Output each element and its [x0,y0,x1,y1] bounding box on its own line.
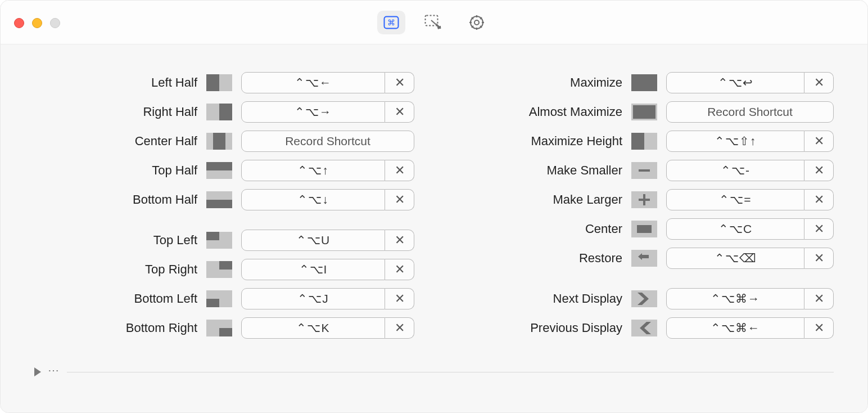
glyph-maximize-height [631,133,657,150]
shortcut-field-previous-display[interactable]: ⌃⌥⌘← [666,317,804,339]
clear-shortcut-bottom-left[interactable]: ✕ [385,288,414,309]
shortcut-row-almost-maximize: Almost MaximizeRecord Shortcut [454,102,834,122]
shortcut-field-bottom-half[interactable]: ⌃⌥↓ [241,189,385,210]
shortcut-control-almost-maximize: Record Shortcut [666,101,834,123]
glyph-next-display [631,290,657,307]
shortcut-row-maximize-height: Maximize Height⌃⌥⇧↑✕ [454,131,834,151]
more-icon[interactable]: ⋯ [48,363,60,377]
shortcut-control-maximize-height: ⌃⌥⇧↑✕ [666,131,834,152]
glyph-center-half [206,133,232,150]
shortcut-field-top-left[interactable]: ⌃⌥U [241,230,385,251]
clear-shortcut-make-larger[interactable]: ✕ [804,189,834,210]
shortcut-control-center-half: Record Shortcut [241,131,414,152]
shortcut-control-make-larger: ⌃⌥=✕ [666,189,834,210]
clear-shortcut-top-right[interactable]: ✕ [385,259,414,280]
label-center: Center [454,222,622,236]
glyph-left-half [206,74,232,91]
shortcut-field-almost-maximize[interactable]: Record Shortcut [666,101,834,123]
footer-bar: ⋯ [34,365,834,379]
zoom-window-button[interactable] [50,18,60,28]
shortcut-field-left-half[interactable]: ⌃⌥← [241,72,385,93]
label-previous-display: Previous Display [454,321,622,335]
glyph-bottom-right [206,320,232,336]
label-top-right: Top Right [34,262,197,277]
shortcut-field-bottom-right[interactable]: ⌃⌥K [241,317,385,339]
shortcut-field-top-right[interactable]: ⌃⌥I [241,259,385,280]
shortcut-group: Next Display⌃⌥⌘→✕Previous Display⌃⌥⌘←✕ [454,289,834,338]
shortcut-field-center[interactable]: ⌃⌥C [666,218,804,240]
clear-shortcut-center[interactable]: ✕ [804,218,834,240]
tab-snap-areas[interactable] [420,11,448,34]
svg-text:⌘: ⌘ [387,18,395,27]
shortcut-row-top-half: Top Half⌃⌥↑✕ [34,160,414,181]
clear-shortcut-make-smaller[interactable]: ✕ [804,160,834,181]
glyph-right-half [206,104,232,120]
close-window-button[interactable] [14,18,24,28]
label-bottom-left: Bottom Left [34,291,197,306]
label-make-larger: Make Larger [454,192,622,207]
label-bottom-half: Bottom Half [34,192,197,207]
clear-shortcut-maximize[interactable]: ✕ [804,72,834,93]
clear-shortcut-bottom-half[interactable]: ✕ [385,189,414,210]
shortcut-field-bottom-left[interactable]: ⌃⌥J [241,288,385,309]
shortcut-control-next-display: ⌃⌥⌘→✕ [666,288,834,309]
glyph-make-larger [631,191,657,208]
clear-shortcut-left-half[interactable]: ✕ [385,72,414,93]
expand-toggle-icon[interactable] [34,367,41,376]
clear-shortcut-maximize-height[interactable]: ✕ [804,131,834,152]
glyph-make-smaller [631,162,657,179]
shortcut-row-make-smaller: Make Smaller⌃⌥-✕ [454,160,834,181]
shortcut-field-maximize[interactable]: ⌃⌥↩ [666,72,804,93]
label-left-half: Left Half [34,75,197,90]
tab-keyboard-shortcuts[interactable]: ⌘ [377,11,405,34]
minimize-window-button[interactable] [32,18,42,28]
shortcut-row-top-left: Top Left⌃⌥U✕ [34,230,414,250]
shortcut-group: Left Half⌃⌥←✕Right Half⌃⌥→✕Center HalfRe… [34,73,414,210]
shortcut-field-center-half[interactable]: Record Shortcut [241,131,414,152]
shortcut-control-bottom-half: ⌃⌥↓✕ [241,189,414,210]
left-column: Left Half⌃⌥←✕Right Half⌃⌥→✕Center HalfRe… [34,73,414,338]
label-maximize: Maximize [454,75,622,90]
shortcut-field-restore[interactable]: ⌃⌥⌫ [666,248,804,269]
shortcut-control-previous-display: ⌃⌥⌘←✕ [666,317,834,339]
clear-shortcut-right-half[interactable]: ✕ [385,101,414,123]
clear-shortcut-bottom-right[interactable]: ✕ [385,317,414,339]
shortcut-field-top-half[interactable]: ⌃⌥↑ [241,160,385,181]
shortcut-row-restore: Restore⌃⌥⌫✕ [454,248,834,268]
shortcut-row-left-half: Left Half⌃⌥←✕ [34,73,414,93]
shortcut-row-bottom-half: Bottom Half⌃⌥↓✕ [34,190,414,210]
preferences-window: ⌘ [0,0,868,413]
shortcut-control-left-half: ⌃⌥←✕ [241,72,414,93]
shortcut-control-center: ⌃⌥C✕ [666,218,834,240]
tab-settings[interactable] [463,11,491,34]
shortcut-field-maximize-height[interactable]: ⌃⌥⇧↑ [666,131,804,152]
label-restore: Restore [454,251,622,266]
shortcut-row-right-half: Right Half⌃⌥→✕ [34,102,414,122]
glyph-top-left [206,232,232,249]
glyph-maximize [631,74,657,91]
shortcut-control-maximize: ⌃⌥↩✕ [666,72,834,93]
shortcut-control-restore: ⌃⌥⌫✕ [666,248,834,269]
clear-shortcut-restore[interactable]: ✕ [804,248,834,269]
clear-shortcut-next-display[interactable]: ✕ [804,288,834,309]
shortcut-field-right-half[interactable]: ⌃⌥→ [241,101,385,123]
glyph-top-right [206,261,232,278]
shortcut-control-bottom-right: ⌃⌥K✕ [241,317,414,339]
svg-point-4 [474,20,479,25]
shortcut-row-bottom-left: Bottom Left⌃⌥J✕ [34,289,414,309]
shortcut-field-make-larger[interactable]: ⌃⌥= [666,189,804,210]
clear-shortcut-top-left[interactable]: ✕ [385,230,414,251]
clear-shortcut-top-half[interactable]: ✕ [385,160,414,181]
label-right-half: Right Half [34,105,197,119]
shortcut-control-make-smaller: ⌃⌥-✕ [666,160,834,181]
clear-shortcut-previous-display[interactable]: ✕ [804,317,834,339]
shortcut-row-center: Center⌃⌥C✕ [454,219,834,239]
content-area: Left Half⌃⌥←✕Right Half⌃⌥→✕Center HalfRe… [1,44,867,412]
toolbar-tabs: ⌘ [377,11,491,34]
shortcut-field-make-smaller[interactable]: ⌃⌥- [666,160,804,181]
glyph-bottom-half [206,191,232,208]
shortcut-row-previous-display: Previous Display⌃⌥⌘←✕ [454,318,834,338]
label-bottom-right: Bottom Right [34,321,197,335]
gear-icon [469,15,485,30]
shortcut-field-next-display[interactable]: ⌃⌥⌘→ [666,288,804,309]
